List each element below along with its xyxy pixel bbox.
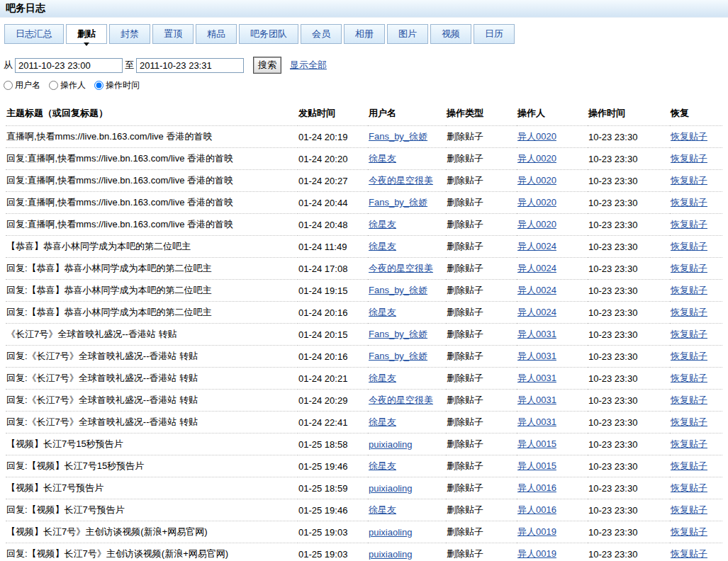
cell-op-time: 10-23 23:30 bbox=[588, 148, 670, 170]
restore-post-link[interactable]: 恢复贴子 bbox=[671, 241, 707, 251]
search-button[interactable]: 搜索 bbox=[253, 57, 281, 74]
operator-link[interactable]: 异人0020 bbox=[517, 131, 556, 142]
operator-link[interactable]: 异人0024 bbox=[517, 285, 556, 295]
operator-link[interactable]: 异人0031 bbox=[517, 329, 556, 339]
cell-op-type: 删除贴子 bbox=[446, 499, 517, 521]
restore-post-link[interactable]: 恢复贴子 bbox=[671, 131, 707, 142]
cell-operator: 异人0020 bbox=[517, 148, 588, 170]
operator-link[interactable]: 异人0020 bbox=[517, 197, 556, 208]
restore-post-link[interactable]: 恢复贴子 bbox=[671, 548, 707, 559]
radio-input[interactable] bbox=[4, 81, 13, 90]
restore-post-link[interactable]: 恢复贴子 bbox=[671, 263, 707, 273]
cell-op-type: 删除贴子 bbox=[446, 346, 517, 368]
username-link[interactable]: 徐星友 bbox=[369, 416, 396, 427]
operator-link[interactable]: 异人0024 bbox=[517, 263, 556, 273]
restore-post-link[interactable]: 恢复贴子 bbox=[671, 219, 707, 230]
radio-option-用户名[interactable]: 用户名 bbox=[4, 79, 40, 91]
operator-link[interactable]: 异人0015 bbox=[517, 460, 556, 471]
restore-post-link[interactable]: 恢复贴子 bbox=[671, 482, 707, 493]
cell-op-type: 删除贴子 bbox=[446, 148, 517, 170]
tab-日志汇总[interactable]: 日志汇总 bbox=[4, 24, 64, 44]
restore-post-link[interactable]: 恢复贴子 bbox=[671, 329, 707, 339]
table-row: 回复:《长江7号》全球首映礼盛况--香港站 转贴01-24 20:16Fans_… bbox=[6, 346, 722, 368]
tab-置顶[interactable]: 置顶 bbox=[152, 24, 194, 44]
radio-input[interactable] bbox=[49, 81, 58, 90]
operator-link[interactable]: 异人0020 bbox=[517, 153, 556, 164]
tab-吧务团队[interactable]: 吧务团队 bbox=[239, 24, 298, 44]
username-link[interactable]: 徐星友 bbox=[369, 307, 396, 317]
tab-精品[interactable]: 精品 bbox=[196, 24, 237, 44]
cell-post-time: 01-24 20:15 bbox=[298, 324, 368, 346]
username-link[interactable]: 徐星友 bbox=[369, 241, 396, 251]
restore-post-link[interactable]: 恢复贴子 bbox=[671, 395, 707, 405]
username-link[interactable]: puixiaoling bbox=[369, 483, 412, 494]
operator-link[interactable]: 异人0024 bbox=[517, 307, 556, 317]
username-link[interactable]: Fans_by_徐娇 bbox=[369, 197, 427, 208]
username-link[interactable]: Fans_by_徐娇 bbox=[369, 329, 427, 339]
cell-operator: 异人0016 bbox=[517, 477, 588, 499]
tab-删贴[interactable]: 删贴 bbox=[66, 24, 107, 44]
cell-title: 回复:《长江7号》全球首映礼盛况--香港站 转贴 bbox=[6, 390, 298, 412]
show-all-link[interactable]: 显示全部 bbox=[290, 59, 327, 72]
username-link[interactable]: 徐星友 bbox=[369, 504, 396, 515]
username-link[interactable]: Fans_by_徐娇 bbox=[369, 131, 427, 142]
username-link[interactable]: puixiaoling bbox=[369, 527, 412, 538]
operator-link[interactable]: 异人0031 bbox=[517, 373, 556, 383]
cell-restore: 恢复贴子 bbox=[670, 368, 722, 390]
username-link[interactable]: 今夜的星空很美 bbox=[369, 175, 433, 186]
operator-link[interactable]: 异人0024 bbox=[517, 241, 556, 251]
restore-post-link[interactable]: 恢复贴子 bbox=[671, 175, 707, 186]
operator-link[interactable]: 异人0031 bbox=[517, 351, 556, 361]
from-label: 从 bbox=[4, 59, 13, 72]
restore-post-link[interactable]: 恢复贴子 bbox=[671, 504, 707, 515]
username-link[interactable]: puixiaoling bbox=[369, 439, 412, 450]
date-to-input[interactable] bbox=[136, 58, 244, 73]
operator-link[interactable]: 异人0019 bbox=[517, 548, 556, 559]
username-link[interactable]: Fans_by_徐娇 bbox=[369, 351, 427, 361]
tab-视频[interactable]: 视频 bbox=[430, 24, 471, 44]
username-link[interactable]: 徐星友 bbox=[369, 219, 396, 230]
username-link[interactable]: 徐星友 bbox=[369, 460, 396, 471]
username-link[interactable]: Fans_by_徐娇 bbox=[369, 285, 427, 295]
restore-post-link[interactable]: 恢复贴子 bbox=[671, 197, 707, 208]
operator-link[interactable]: 异人0020 bbox=[517, 219, 556, 230]
restore-post-link[interactable]: 恢复贴子 bbox=[671, 153, 707, 164]
tab-图片[interactable]: 图片 bbox=[387, 24, 428, 44]
radio-input[interactable] bbox=[94, 81, 103, 90]
operator-link[interactable]: 异人0031 bbox=[517, 416, 556, 427]
restore-post-link[interactable]: 恢复贴子 bbox=[671, 416, 707, 427]
cell-restore: 恢复贴子 bbox=[670, 346, 722, 368]
cell-op-type: 删除贴子 bbox=[446, 192, 517, 214]
tab-会员[interactable]: 会员 bbox=[301, 24, 342, 44]
username-link[interactable]: 徐星友 bbox=[369, 153, 396, 164]
restore-post-link[interactable]: 恢复贴子 bbox=[671, 526, 707, 537]
tab-相册[interactable]: 相册 bbox=[344, 24, 385, 44]
operator-link[interactable]: 异人0020 bbox=[517, 175, 556, 186]
username-link[interactable]: 徐星友 bbox=[369, 373, 396, 383]
operator-link[interactable]: 异人0031 bbox=[517, 395, 556, 405]
cell-operator: 异人0016 bbox=[517, 499, 588, 521]
radio-option-操作人[interactable]: 操作人 bbox=[49, 79, 86, 91]
username-link[interactable]: puixiaoling bbox=[369, 549, 412, 560]
restore-post-link[interactable]: 恢复贴子 bbox=[671, 307, 707, 317]
operator-link[interactable]: 异人0016 bbox=[517, 482, 556, 493]
cell-username: 徐星友 bbox=[368, 236, 446, 258]
operator-link[interactable]: 异人0019 bbox=[517, 526, 556, 537]
cell-restore: 恢复贴子 bbox=[670, 148, 722, 170]
operator-link[interactable]: 异人0016 bbox=[517, 504, 556, 515]
username-link[interactable]: 今夜的星空很美 bbox=[369, 263, 433, 273]
operator-link[interactable]: 异人0015 bbox=[517, 438, 556, 449]
radio-option-操作时间[interactable]: 操作时间 bbox=[94, 79, 140, 91]
cell-op-type: 删除贴子 bbox=[446, 170, 517, 192]
restore-post-link[interactable]: 恢复贴子 bbox=[671, 351, 707, 361]
date-from-input[interactable] bbox=[15, 58, 123, 73]
tab-日历[interactable]: 日历 bbox=[474, 24, 515, 44]
cell-operator: 异人0031 bbox=[517, 412, 588, 434]
tab-封禁[interactable]: 封禁 bbox=[109, 24, 150, 44]
restore-post-link[interactable]: 恢复贴子 bbox=[671, 373, 707, 383]
restore-post-link[interactable]: 恢复贴子 bbox=[671, 285, 707, 295]
username-link[interactable]: 今夜的星空很美 bbox=[369, 395, 433, 405]
restore-post-link[interactable]: 恢复贴子 bbox=[671, 460, 707, 471]
cell-op-type: 删除贴子 bbox=[446, 236, 517, 258]
restore-post-link[interactable]: 恢复贴子 bbox=[671, 438, 707, 449]
